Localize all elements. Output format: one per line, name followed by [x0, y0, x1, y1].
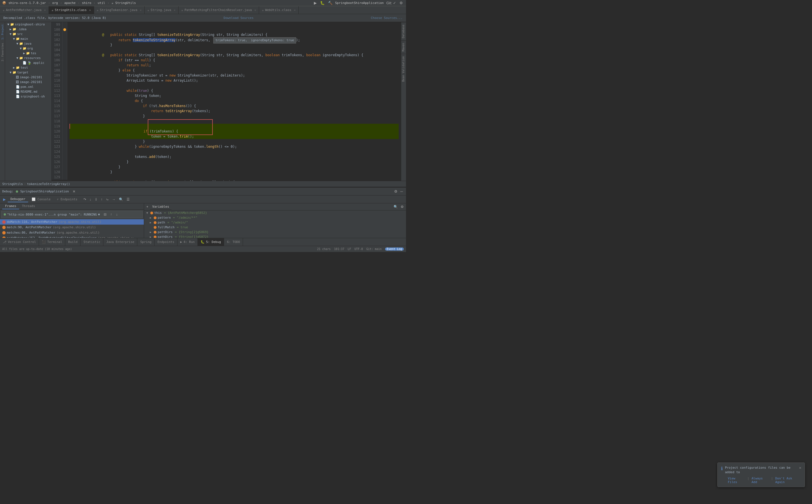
sidebar-item-src[interactable]: ▼📁src: [5, 32, 51, 36]
bottom-tab-spring[interactable]: Spring: [137, 238, 155, 246]
bottom-tab-build[interactable]: Build: [65, 238, 81, 246]
resume-button[interactable]: ▶: [2, 197, 7, 202]
settings-button[interactable]: ⚙: [399, 1, 404, 5]
search-variables-button[interactable]: 🔍: [392, 204, 399, 209]
frame-item-2[interactable]: matches:86, AntPathMatcher (org.apache.s…: [0, 230, 144, 235]
var-fullmatch[interactable]: ▶ fullMatch = true: [144, 225, 406, 230]
filter-button[interactable]: ⊟: [102, 212, 108, 217]
var-path[interactable]: ▶ path = "/admin/": [144, 220, 406, 225]
evaluate-button[interactable]: 🔍: [118, 197, 125, 202]
title-util: util: [98, 1, 105, 5]
status-git[interactable]: Git: main: [366, 247, 382, 251]
close-icon[interactable]: ✕: [174, 8, 175, 12]
maven-tab[interactable]: Maven: [401, 40, 406, 54]
tab-antpathmatcher[interactable]: ☕ AntPathMatcher.java ✕: [0, 6, 49, 14]
sidebar-item-tes[interactable]: ▶📁tes: [5, 51, 51, 56]
bottom-tab-debug[interactable]: 🐛 5: Debug: [198, 238, 224, 246]
close-icon[interactable]: ✕: [294, 8, 296, 12]
variables-settings-button[interactable]: ⚙: [400, 204, 405, 209]
bottom-tab-endpoints[interactable]: Endpoints: [155, 238, 177, 246]
step-over-button[interactable]: ↷: [82, 197, 88, 202]
bottom-tab-run[interactable]: ▶ 4: Run: [177, 238, 198, 246]
run-to-cursor-button[interactable]: →: [111, 197, 117, 202]
breadcrumb-stringutils[interactable]: StringUtils: [2, 182, 23, 186]
debug-button[interactable]: 🐛: [319, 1, 325, 5]
tab-stringtokenizer[interactable]: ☕ StringTokenizer.java ✕: [94, 6, 145, 14]
var-icon-pathdirs: [154, 236, 157, 238]
close-icon[interactable]: ✕: [44, 8, 46, 12]
bottom-tab-todo[interactable]: 6: TODO: [224, 238, 243, 246]
close-icon[interactable]: ✕: [254, 8, 256, 12]
frames-panel: Frames Threads "http-nio-8080-exec-1"...…: [0, 203, 144, 238]
sidebar-item-srpingboot[interactable]: 📄srpingboot-sh: [5, 94, 51, 99]
sidebar-item-idea[interactable]: ▶📁.idea: [5, 27, 51, 32]
frame-item-3[interactable]: pathMatches:152, PathMatchingFilterChain…: [0, 235, 144, 238]
bean-validation-tab[interactable]: Bean Validation: [401, 54, 406, 84]
favorites-tab[interactable]: 2: Favorites: [1, 42, 5, 62]
bottom-tab-terminal[interactable]: ⬛ Terminal: [39, 238, 65, 246]
endpoints-tab[interactable]: ⚡ Endpoints: [54, 197, 80, 202]
sidebar-item-applic[interactable]: 📄🍃 applic: [5, 60, 51, 65]
sidebar-item-image2[interactable]: 🖼image-202101: [5, 80, 51, 84]
tab-pathmatchingfilterchainresolver[interactable]: ☕ PathMatchingFilterChainResolver.java ✕: [179, 6, 259, 14]
thread-dropdown[interactable]: "http-nio-8080-exec-1"...n group "main":…: [1, 211, 143, 218]
build-button[interactable]: 🔨: [327, 1, 333, 5]
sidebar-item-pom[interactable]: 📄pom.xml: [5, 84, 51, 89]
sidebar-item-org[interactable]: ▼📁org: [5, 46, 51, 51]
sidebar-item-target[interactable]: ▼📁target: [5, 70, 51, 75]
frame-item-0[interactable]: doMatch:116, AntPathMatcher (org.apache.…: [0, 219, 144, 225]
event-log-badge[interactable]: Event Log: [385, 247, 404, 251]
sidebar-item-java[interactable]: ▼📁java: [5, 41, 51, 46]
download-sources-link[interactable]: Download Sources: [223, 16, 253, 20]
status-lf[interactable]: LF: [348, 247, 351, 251]
console-tab[interactable]: ⬜ Console: [29, 197, 53, 202]
bottom-tab-statistic[interactable]: Statistic: [81, 238, 103, 246]
add-variable-button[interactable]: +: [145, 204, 149, 209]
dropdown-arrow: ▼: [98, 213, 100, 216]
code-area[interactable]: 99 100 101 102 103 104 105 106 107 108 1…: [52, 22, 401, 181]
tab-webutils[interactable]: ☕ WebUtils.class ✕: [259, 6, 299, 14]
move-down-button[interactable]: ↓: [115, 212, 119, 217]
var-this[interactable]: ▼ this = {AntPathMatcher@5852}: [144, 210, 406, 215]
threads-tab[interactable]: Threads: [19, 203, 38, 209]
bottom-tab-java-enterprise[interactable]: Java Enterprise: [103, 238, 137, 246]
var-pathdirs[interactable]: ▶ pathDirs = {String[1]@5872}: [144, 234, 406, 238]
frames-button[interactable]: ☰: [125, 197, 131, 202]
breadcrumb-method[interactable]: tokenizeToStringArray(): [27, 182, 70, 186]
close-debug-button[interactable]: ✕: [71, 189, 77, 194]
debug-title: Debug:: [2, 190, 14, 193]
debug-settings-button[interactable]: ⚙: [393, 189, 398, 194]
database-tab[interactable]: Database: [401, 22, 406, 40]
breakpoint-100[interactable]: [63, 28, 66, 31]
bottom-tab-version-control[interactable]: ⎇ Version Control: [0, 238, 39, 246]
step-out-button[interactable]: ↑: [99, 197, 104, 202]
step-into-button[interactable]: ↓: [88, 197, 93, 202]
tab-stringutils[interactable]: ☕ StringUtils.class ✕: [49, 6, 94, 14]
git-status[interactable]: Git: ✓: [385, 1, 397, 5]
left-gutter: 1: Project 2: Favorites: [0, 22, 5, 181]
sidebar-item-main[interactable]: ▼📁main: [5, 36, 51, 41]
sidebar-item-resources[interactable]: ▼📁resources: [5, 56, 51, 60]
tab-string[interactable]: ☕ String.java ✕: [145, 6, 179, 14]
close-icon[interactable]: ✕: [89, 8, 91, 12]
sidebar-item-image1[interactable]: 🖼image-202101: [5, 75, 51, 80]
run-button[interactable]: ▶: [313, 1, 318, 5]
choose-sources-link[interactable]: Choose Sources...: [371, 16, 403, 20]
sidebar-item-root[interactable]: ▼📁srpingboot-shiro: [5, 22, 51, 27]
code-line-104: @ public static String[] tokenizeToStrin…: [70, 47, 399, 53]
frame-item-1[interactable]: match:90, AntPathMatcher (org.apache.shi…: [0, 225, 144, 230]
move-up-button[interactable]: ↑: [109, 212, 114, 217]
drop-frame-button[interactable]: ⤿: [105, 197, 110, 202]
sidebar-item-test[interactable]: ▶📁test: [5, 65, 51, 70]
debugger-tab[interactable]: Debugger: [8, 196, 28, 202]
var-pattdirs[interactable]: ▶ pattDirs = {String[2]@5869}: [144, 230, 406, 234]
project-tab[interactable]: 1: Project: [1, 23, 5, 41]
debug-minimize-button[interactable]: ─: [400, 189, 404, 194]
debug-app-name[interactable]: SpringbootShiroApplication: [20, 190, 69, 193]
force-step-into-button[interactable]: ⇩: [93, 197, 99, 202]
var-pattern[interactable]: ▶ pattern = "/admin/**": [144, 215, 406, 220]
close-icon[interactable]: ✕: [140, 8, 142, 12]
sidebar-item-readme[interactable]: 📄README.md: [5, 89, 51, 94]
status-encoding[interactable]: UTF-8: [355, 247, 363, 251]
frames-tab[interactable]: Frames: [2, 203, 19, 209]
